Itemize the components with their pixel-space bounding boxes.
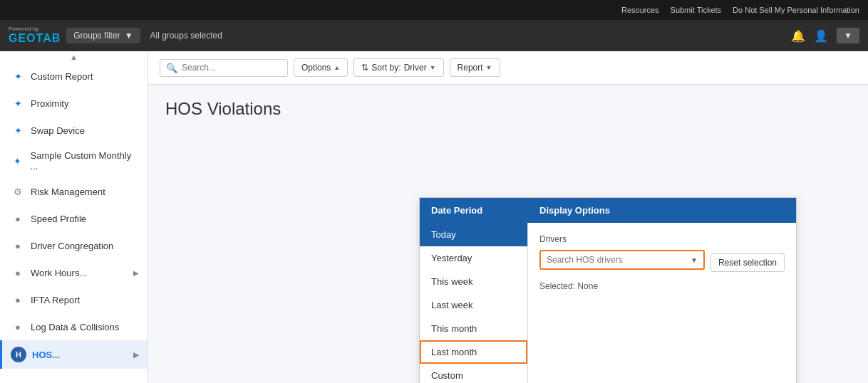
sidebar-item-label-work-hours: Work Hours... [31,268,87,278]
date-item-last-month[interactable]: Last month [420,340,527,364]
sort-icon: ⇅ [361,63,368,73]
options-label: Options [301,63,331,73]
sidebar-item-risk-management[interactable]: ⚙ Risk Management [0,178,148,205]
reset-selection-button[interactable]: Reset selection [711,253,785,272]
arrow-icon-work-hours: ▶ [133,269,139,277]
groups-filter-button[interactable]: Groups filter ▼ [66,28,140,43]
circle-icon-work-hours: ● [11,266,25,280]
drivers-label: Drivers [539,234,785,244]
date-item-today[interactable]: Today [420,223,527,246]
sidebar-item-driver-congregation[interactable]: ● Driver Congregation [0,232,148,259]
sidebar-scroll-up[interactable]: ▲ [0,51,148,63]
sidebar-item-label-risk-management: Risk Management [31,187,105,197]
puzzle-icon-proximity: ✦ [11,96,25,110]
options-button[interactable]: Options ▲ [294,58,348,77]
sort-by-button[interactable]: ⇅ Sort by: Driver ▼ [353,58,443,77]
brand-label: GEOTAB [9,32,61,45]
sidebar-item-label-hos: HOS... [32,350,60,360]
dark-icon-hos: H [11,347,26,362]
sidebar-item-label-swap-device: Swap Device [31,125,85,136]
sidebar-item-ifta[interactable]: ● IFTA Report [0,286,148,313]
sidebar-item-label-speed-profile: Speed Profile [31,214,86,224]
sidebar-item-label-driver-congregation: Driver Congregation [31,241,113,251]
do-not-sell-link[interactable]: Do Not Sell My Personal Information [733,6,859,14]
drivers-search-box[interactable]: ▼ [539,250,705,270]
puzzle-icon-sample-custom: ✦ [11,154,25,168]
date-list: Today Yesterday This week Last week This [420,223,528,383]
search-icon: 🔍 [166,63,177,73]
top-bar: Resources Submit Tickets Do Not Sell My … [0,0,868,20]
powered-by-label: Powered by [9,26,61,32]
sidebar-item-hos[interactable]: H HOS... ▶ [0,340,148,369]
sidebar-item-work-hours[interactable]: ● Work Hours... ▶ [0,259,148,286]
groups-filter-label: Groups filter [73,31,120,41]
sort-arrow-icon: ▼ [430,64,436,71]
sidebar-item-custom-report[interactable]: ✦ Custom Report [0,63,148,90]
date-item-custom[interactable]: Custom [420,364,527,383]
sidebar-item-sample-custom[interactable]: ✦ Sample Custom Monthly ... [0,144,148,178]
arrow-icon-hos: ▶ [133,351,139,359]
display-section: Drivers ▼ Reset selection Selected: None [528,223,796,383]
user-dropdown-button[interactable]: ▼ [837,28,859,43]
panel-header: Date Period Display Options [420,198,796,223]
date-item-yesterday[interactable]: Yesterday [420,246,527,270]
report-arrow-icon: ▼ [486,64,492,71]
date-item-last-week[interactable]: Last week [420,293,527,317]
main-layout: ▲ ✦ Custom Report ✦ Proximity ✦ Swap Dev… [0,51,868,383]
sidebar-item-speed-profile[interactable]: ● Speed Profile [0,205,148,232]
user-icon[interactable]: 👤 [814,29,828,43]
panel-body: Today Yesterday This week Last week This [420,223,796,383]
options-dropdown-panel: Date Period Display Options Today Yester… [419,197,797,383]
user-dropdown-arrow-icon: ▼ [844,31,852,41]
sidebar-item-proximity[interactable]: ✦ Proximity [0,90,148,117]
search-input[interactable] [182,63,281,73]
page-title-area: HOS Violations [148,85,868,126]
sidebar-item-label-sample-custom: Sample Custom Monthly ... [31,150,139,172]
groups-selected-label: All groups selected [150,31,222,41]
resources-link[interactable]: Resources [621,6,659,14]
sort-by-label: Sort by: [371,63,401,73]
puzzle-icon-swap-device: ✦ [11,123,25,137]
top-right-icons: 🔔 👤 ▼ [791,28,859,43]
content-area: 🔍 Options ▲ ⇅ Sort by: Driver ▼ Report ▼… [148,51,868,383]
groups-filter-arrow-icon: ▼ [125,31,133,41]
date-item-this-month[interactable]: This month [420,317,527,340]
submit-tickets-link[interactable]: Submit Tickets [671,6,722,14]
display-options-header: Display Options [528,198,796,223]
sidebar: ▲ ✦ Custom Report ✦ Proximity ✦ Swap Dev… [0,51,148,383]
drivers-search-arrow-icon: ▼ [691,256,698,264]
toolbar: 🔍 Options ▲ ⇅ Sort by: Driver ▼ Report ▼ [148,51,868,85]
circle-icon-speed: ● [11,211,25,226]
search-box[interactable]: 🔍 [160,59,288,77]
bell-icon[interactable]: 🔔 [791,29,805,43]
selected-info: Selected: None [539,281,785,291]
circle-icon-driver: ● [11,238,25,253]
geotab-logo: Powered by GEOTAB [9,26,61,45]
groups-bar: Powered by GEOTAB Groups filter ▼ All gr… [0,20,868,51]
sidebar-item-label-custom-report: Custom Report [31,71,93,82]
date-item-this-week[interactable]: This week [420,270,527,293]
page-title: HOS Violations [165,99,851,119]
drivers-search-input[interactable] [547,255,686,265]
options-arrow-icon: ▲ [334,64,340,71]
sidebar-item-log-data[interactable]: ● Log Data & Collisions [0,313,148,340]
sidebar-item-label-proximity: Proximity [31,98,68,109]
report-label: Report [458,63,483,73]
circle-icon-ifta: ● [11,293,25,307]
puzzle-icon-custom-report: ✦ [11,69,25,83]
sort-by-value: Driver [404,63,427,73]
date-period-header: Date Period [420,198,528,223]
gear-icon-risk: ⚙ [11,184,25,199]
sidebar-item-label-ifta: IFTA Report [31,295,80,305]
dropdown-container: Date Period Display Options Today Yester… [259,126,868,383]
report-button[interactable]: Report ▼ [450,58,500,77]
sidebar-item-swap-device[interactable]: ✦ Swap Device [0,117,148,144]
circle-icon-log-data: ● [11,320,25,334]
sidebar-item-label-log-data: Log Data & Collisions [31,322,119,332]
